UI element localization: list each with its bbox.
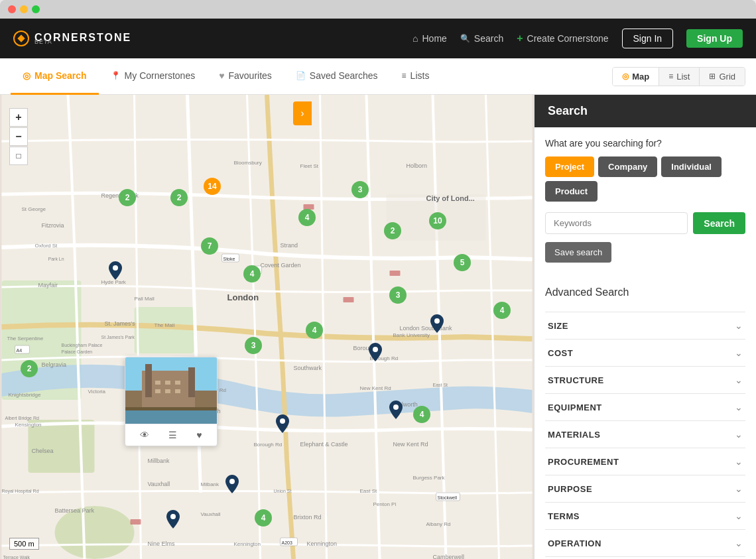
- accordion-header-operation[interactable]: OPERATION ⌄: [545, 530, 745, 556]
- svg-text:Brixton Rd: Brixton Rd: [294, 514, 322, 521]
- search-type-individual[interactable]: Individual: [661, 156, 722, 177]
- accordion-header-equipment[interactable]: EQUIPMENT ⌄: [545, 394, 745, 420]
- search-link[interactable]: 🔍 Search: [460, 33, 503, 44]
- home-icon: [412, 33, 418, 44]
- svg-text:Stoke: Stoke: [223, 257, 235, 261]
- svg-text:Vauxhall: Vauxhall: [201, 511, 221, 517]
- map-svg: Fitzrovia Regent's Park Mayfair St. Jame…: [0, 95, 534, 559]
- accordion-header-materials[interactable]: MATERIALS ⌄: [545, 421, 745, 448]
- accordion-header-procurement[interactable]: PROCUREMENT ⌄: [545, 448, 745, 475]
- create-link[interactable]: + Create Cornerstone: [517, 32, 608, 44]
- svg-text:Park Ln: Park Ln: [48, 257, 64, 261]
- view-grid-label: Grid: [719, 72, 735, 82]
- accordion-header-structure[interactable]: STRUCTURE ⌄: [545, 367, 745, 393]
- svg-text:Terrace Walk: Terrace Walk: [3, 555, 31, 559]
- map-scale: 500 m: [9, 538, 39, 550]
- svg-rect-94: [145, 364, 152, 397]
- svg-rect-2: [135, 307, 194, 353]
- keyword-row: Search: [545, 212, 745, 234]
- search-type-product[interactable]: Product: [545, 181, 598, 202]
- signup-button[interactable]: Sign Up: [686, 29, 743, 48]
- svg-text:Nine Elms: Nine Elms: [148, 540, 176, 547]
- panel-toggle-button[interactable]: ›: [293, 101, 312, 125]
- svg-text:St George: St George: [22, 206, 46, 212]
- subnav-favourites[interactable]: ♥ Favourites: [207, 58, 284, 95]
- home-link[interactable]: Home: [412, 33, 447, 44]
- save-search-button[interactable]: Save search: [545, 242, 611, 263]
- popup-list-button[interactable]: ☰: [168, 430, 177, 440]
- svg-text:Southwark: Southwark: [294, 365, 322, 371]
- svg-text:A4: A4: [249, 269, 255, 273]
- zoom-extent-button[interactable]: □: [9, 147, 28, 165]
- svg-text:Elephant & Castle: Elephant & Castle: [300, 441, 348, 448]
- svg-text:East St: East St: [360, 488, 378, 494]
- accordion-label-equipment: EQUIPMENT: [548, 403, 602, 412]
- maximize-button[interactable]: [32, 5, 40, 13]
- accordion-header-cost[interactable]: COST ⌄: [545, 340, 745, 366]
- accordion-item-structure: STRUCTURE ⌄: [545, 366, 745, 393]
- search-panel: Search What are you searching for? Proje…: [534, 95, 756, 559]
- svg-text:Albany Rd: Albany Rd: [426, 521, 451, 527]
- search-type-project[interactable]: Project: [545, 156, 594, 177]
- accordion-chevron-operation: ⌄: [735, 538, 743, 548]
- svg-text:Royal Hospital Rd: Royal Hospital Rd: [2, 489, 39, 494]
- svg-text:Bloomsbury: Bloomsbury: [234, 160, 262, 166]
- svg-text:The Mall: The Mall: [155, 322, 175, 328]
- search-button[interactable]: Search: [693, 212, 745, 234]
- close-button[interactable]: [8, 5, 16, 13]
- svg-text:Kennington: Kennington: [234, 541, 261, 547]
- accordion-label-procurement: PROCUREMENT: [548, 457, 619, 467]
- search-question: What are you searching for?: [545, 138, 745, 149]
- lists-icon: ≡: [402, 71, 407, 80]
- search-type-company[interactable]: Company: [598, 156, 657, 177]
- accordion-label-terms: TERMS: [548, 511, 580, 521]
- svg-text:Borough: Borough: [353, 345, 376, 351]
- svg-text:Vauxhall: Vauxhall: [148, 481, 170, 487]
- accordion-header-terms[interactable]: TERMS ⌄: [545, 503, 745, 529]
- subnav-saved-searches[interactable]: 📄 Saved Searches: [284, 58, 390, 95]
- svg-text:Stockwell: Stockwell: [438, 495, 458, 500]
- app: CORNERSTONE BETA Home 🔍 Search + Create …: [0, 19, 756, 559]
- signin-button[interactable]: Sign In: [622, 29, 674, 48]
- accordion-item-terms: TERMS ⌄: [545, 502, 745, 529]
- keyword-input[interactable]: [545, 212, 688, 234]
- map-container[interactable]: Fitzrovia Regent's Park Mayfair St. Jame…: [0, 95, 534, 559]
- svg-text:Camberwell: Camberwell: [433, 554, 465, 559]
- svg-text:Chelsea: Chelsea: [32, 448, 54, 454]
- accordion-item-purpose: PURPOSE ⌄: [545, 475, 745, 502]
- subnav-lists[interactable]: ≡ Lists: [390, 58, 442, 95]
- zoom-in-button[interactable]: +: [9, 108, 28, 127]
- popup-favourite-button[interactable]: ♥: [196, 430, 202, 440]
- minimize-button[interactable]: [20, 5, 28, 13]
- accordion-label-size: SIZE: [548, 321, 568, 331]
- svg-text:Walworth: Walworth: [393, 401, 418, 408]
- accordion-header-purpose[interactable]: PURPOSE ⌄: [545, 475, 745, 502]
- subnav-my-cornerstones[interactable]: 📍 My Cornerstones: [99, 58, 208, 95]
- svg-text:Borough Rd: Borough Rd: [254, 442, 283, 448]
- subnav-map-search[interactable]: ◎ Map Search: [11, 58, 99, 95]
- top-nav: CORNERSTONE BETA Home 🔍 Search + Create …: [0, 19, 756, 58]
- svg-text:Burgess Park: Burgess Park: [413, 475, 446, 481]
- accordion-chevron-cost: ⌄: [735, 347, 743, 358]
- lists-label: Lists: [410, 70, 430, 81]
- view-list-button[interactable]: ≡ List: [659, 68, 700, 86]
- saved-searches-icon: 📄: [296, 71, 306, 80]
- accordion-chevron-materials: ⌄: [735, 429, 743, 440]
- accordion-header-size[interactable]: SIZE ⌄: [545, 312, 745, 339]
- accordion-label-materials: MATERIALS: [548, 430, 600, 440]
- search-type-buttons: Project Company Individual Product: [545, 156, 745, 202]
- my-cornerstones-icon: 📍: [111, 71, 121, 80]
- svg-text:Borough Rd: Borough Rd: [370, 355, 399, 361]
- popup-view-button[interactable]: 👁: [140, 430, 149, 440]
- window-chrome: [0, 0, 756, 19]
- search-label: Search: [474, 33, 503, 44]
- zoom-out-button[interactable]: −: [9, 127, 28, 146]
- view-grid-button[interactable]: ⊞ Grid: [700, 68, 745, 86]
- view-toggle: ◎ Map ≡ List ⊞ Grid: [612, 67, 745, 86]
- favourites-icon: ♥: [219, 70, 224, 81]
- accordion-chevron-terms: ⌄: [735, 511, 743, 521]
- accordion-chevron-structure: ⌄: [735, 375, 743, 385]
- svg-rect-66: [304, 204, 314, 210]
- accordion-label-cost: COST: [548, 348, 573, 358]
- view-map-button[interactable]: ◎ Map: [613, 68, 659, 86]
